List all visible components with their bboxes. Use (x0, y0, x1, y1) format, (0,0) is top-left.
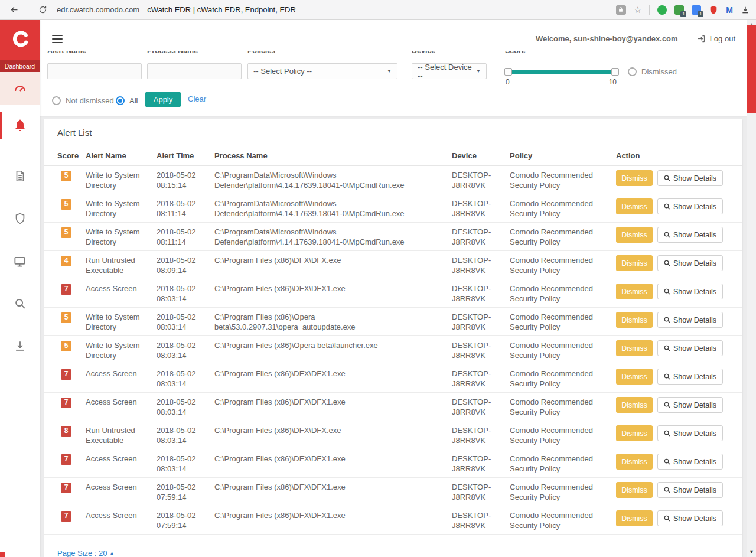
sidebar-item-alerts[interactable] (0, 109, 40, 142)
show-details-button[interactable]: Show Details (657, 312, 723, 328)
scrollbar-thumb[interactable] (747, 25, 756, 113)
dismiss-button[interactable]: Dismiss (616, 340, 653, 356)
back-icon[interactable] (8, 4, 20, 16)
policy-cell: Comodo Recommended Security Policy (510, 227, 616, 247)
alert-name-cell: Access Screen (86, 510, 157, 530)
slider-handle-max[interactable] (611, 68, 619, 76)
dismiss-button[interactable]: Dismiss (616, 284, 653, 299)
alert-time: 07:59:14 (157, 520, 205, 530)
show-details-button[interactable]: Show Details (657, 170, 723, 186)
score-cell: 7 (57, 482, 86, 502)
not-dismissed-radio[interactable] (52, 96, 61, 105)
alert-time: 08:03:14 (157, 322, 205, 332)
document-icon (14, 170, 27, 183)
sidebar-item-search[interactable] (0, 287, 40, 320)
reload-icon[interactable] (37, 4, 48, 16)
table-row: 7 Access Screen 2018-05-02 08:03:14 C:\P… (44, 279, 742, 308)
alert-date: 2018-05-02 (157, 284, 205, 294)
show-details-button[interactable]: Show Details (657, 340, 723, 356)
dismiss-button[interactable]: Dismiss (616, 170, 653, 186)
process-name-input[interactable] (147, 63, 242, 79)
show-details-button[interactable]: Show Details (657, 510, 723, 526)
alert-date: 2018-05-02 (157, 170, 205, 180)
bookmark-star-icon[interactable]: ☆ (634, 5, 641, 14)
dismiss-button[interactable]: Dismiss (616, 255, 653, 271)
process-name-cell: C:\Program Files (x86)\DFX\DFX.exe (214, 425, 452, 445)
action-cell: Dismiss Show Details (616, 369, 729, 389)
welcome-text: Welcome, sun-shine-boy@yandex.com (536, 34, 678, 43)
shield-icon (14, 212, 27, 225)
clear-link[interactable]: Clear (188, 95, 206, 103)
table-row: 7 Access Screen 2018-05-02 08:03:14 C:\P… (44, 393, 742, 421)
chevron-down-icon: ▼ (387, 69, 392, 74)
policy-cell: Comodo Recommended Security Policy (510, 312, 616, 332)
device-select-value: -- Select Device -- (418, 63, 476, 80)
process-name-cell: C:\Program Files (x86)\DFX\DFX1.exe (214, 482, 452, 502)
score-cell: 5 (57, 340, 86, 360)
show-details-button[interactable]: Show Details (657, 397, 723, 413)
score-badge: 5 (61, 341, 71, 351)
dismiss-button[interactable]: Dismiss (616, 227, 653, 243)
slider-handle-min[interactable] (504, 68, 512, 76)
mail-extension-icon[interactable]: M (726, 6, 733, 14)
col-header-alert-name: Alert Name (86, 151, 157, 160)
dismiss-button[interactable]: Dismiss (616, 198, 653, 214)
lock-icon[interactable] (616, 5, 626, 15)
address-domain: edr.cwatch.comodo.com (57, 5, 139, 14)
browser-toolbar-right: ☆ 1 1 M (616, 5, 750, 15)
dismiss-button[interactable]: Dismiss (616, 397, 653, 413)
comodo-logo[interactable] (0, 20, 40, 50)
dismissed-radio[interactable] (628, 67, 637, 76)
show-details-button[interactable]: Show Details (657, 454, 723, 470)
policy-cell: Comodo Recommended Security Policy (510, 454, 616, 474)
extension-blue-icon[interactable]: 1 (692, 5, 701, 15)
dismiss-button[interactable]: Dismiss (616, 482, 653, 498)
logout-button[interactable]: Log out (697, 34, 735, 43)
alert-name-input[interactable] (47, 63, 142, 79)
device-cell: DESKTOP-J8RR8VK (452, 482, 510, 502)
extension-green-circle-icon[interactable] (657, 5, 667, 15)
adblock-shield-icon[interactable] (709, 5, 718, 15)
scroll-down-button[interactable]: ▼ (747, 548, 756, 555)
sidebar-item-devices[interactable] (0, 245, 40, 278)
apply-button[interactable]: Apply (145, 92, 181, 107)
sidebar-item-dashboard[interactable] (0, 72, 40, 105)
hamburger-menu-icon[interactable] (52, 35, 63, 43)
show-details-button[interactable]: Show Details (657, 425, 723, 441)
magnifier-icon (664, 402, 670, 408)
sidebar-item-policies[interactable] (0, 202, 40, 235)
downloads-icon[interactable] (741, 5, 750, 15)
sidebar-item-downloads[interactable] (0, 330, 40, 363)
device-cell: DESKTOP-J8RR8VK (452, 227, 510, 247)
slider-track[interactable] (505, 70, 618, 74)
dismiss-button[interactable]: Dismiss (616, 454, 653, 470)
show-details-button[interactable]: Show Details (657, 227, 723, 243)
dismiss-button[interactable]: Dismiss (616, 312, 653, 328)
all-radio[interactable] (116, 96, 125, 105)
show-details-button[interactable]: Show Details (657, 369, 723, 385)
page-size-control[interactable]: Page Size : 20 ▲ (57, 549, 114, 557)
dismiss-button[interactable]: Dismiss (616, 510, 653, 526)
policy-select[interactable]: -- Select Policy -- ▼ (247, 63, 397, 79)
alert-date: 2018-05-02 (157, 227, 205, 237)
table-row: 7 Access Screen 2018-05-02 08:03:14 C:\P… (44, 449, 742, 478)
page-scrollbar[interactable]: ▲ ▼ (747, 20, 756, 557)
show-details-label: Show Details (673, 316, 716, 324)
alert-name-cell: Run Untrusted Executable (86, 255, 157, 275)
score-badge: 7 (61, 284, 71, 295)
show-details-button[interactable]: Show Details (657, 482, 723, 498)
alert-date: 2018-05-02 (157, 255, 205, 265)
alert-date: 2018-05-02 (157, 340, 205, 350)
extension-green-icon[interactable]: 1 (674, 5, 684, 15)
show-details-button[interactable]: Show Details (657, 198, 723, 214)
sidebar-item-reports[interactable] (0, 159, 40, 193)
show-details-button[interactable]: Show Details (657, 284, 723, 299)
policy-cell: Comodo Recommended Security Policy (510, 340, 616, 360)
score-slider[interactable]: 0 10 (505, 67, 618, 85)
dismiss-button[interactable]: Dismiss (616, 425, 653, 441)
device-select[interactable]: -- Select Device -- ▼ (412, 63, 487, 79)
address-bar[interactable]: edr.cwatch.comodo.com cWatch EDR | cWatc… (57, 5, 616, 14)
show-details-button[interactable]: Show Details (657, 255, 723, 271)
all-radio-group: All (116, 96, 138, 105)
dismiss-button[interactable]: Dismiss (616, 369, 653, 385)
